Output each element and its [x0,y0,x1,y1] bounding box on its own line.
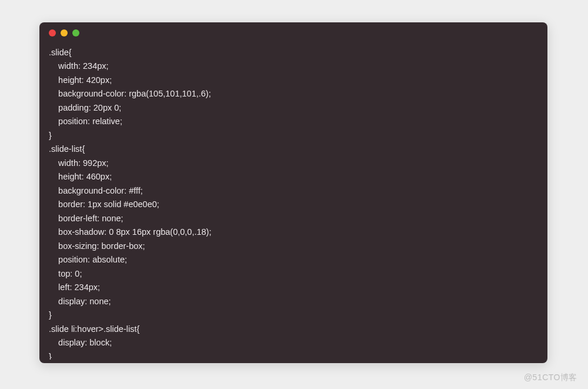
zoom-icon[interactable] [72,29,79,36]
titlebar [39,22,547,44]
code-window: .slide{ width: 234px; height: 420px; bac… [39,22,547,363]
close-icon[interactable] [49,29,56,36]
watermark: @51CTO博客 [524,373,577,383]
code-scroll-area[interactable]: .slide{ width: 234px; height: 420px; bac… [43,44,544,360]
content-wrap: .slide{ width: 234px; height: 420px; bac… [39,44,547,363]
minimize-icon[interactable] [61,29,68,36]
code-block: .slide{ width: 234px; height: 420px; bac… [43,44,544,360]
